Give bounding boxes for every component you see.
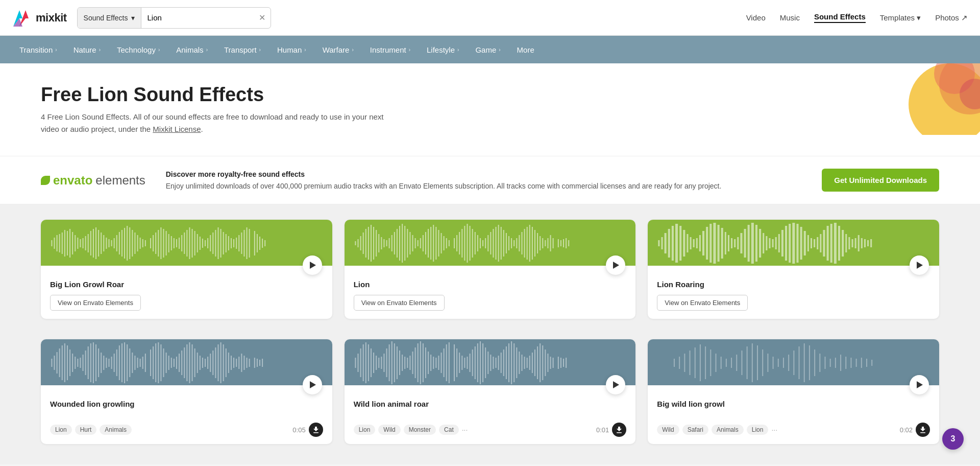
mixkit-license-link[interactable]: Mixkit License <box>153 125 201 133</box>
cat-more[interactable]: More <box>510 42 542 57</box>
download-button-4[interactable] <box>309 423 323 437</box>
more-tags-button-6[interactable]: ··· <box>771 426 777 434</box>
svg-rect-250 <box>98 348 99 377</box>
tag-safari-6[interactable]: Safari <box>682 425 708 435</box>
cat-lifestyle[interactable]: Lifestyle › <box>420 42 466 57</box>
play-button-6[interactable] <box>910 375 929 394</box>
svg-rect-119 <box>435 227 436 260</box>
play-button-1[interactable] <box>303 255 322 275</box>
svg-rect-137 <box>485 238 486 248</box>
svg-rect-249 <box>95 344 96 381</box>
svg-rect-244 <box>83 355 84 371</box>
cat-game[interactable]: Game › <box>468 42 507 57</box>
svg-rect-342 <box>430 355 431 371</box>
waveform-5[interactable] <box>345 339 636 385</box>
search-category-dropdown[interactable]: Sound Effects ▾ <box>78 8 141 28</box>
svg-rect-399 <box>700 344 701 381</box>
svg-rect-388 <box>552 358 553 368</box>
cat-human[interactable]: Human › <box>270 42 313 57</box>
cat-animals[interactable]: Animals › <box>169 42 215 57</box>
tag-lion-5[interactable]: Lion <box>354 425 376 435</box>
svg-rect-208 <box>793 223 795 264</box>
svg-rect-400 <box>705 346 706 379</box>
nav-templates[interactable]: Templates ▾ <box>880 13 921 22</box>
svg-rect-308 <box>254 358 255 368</box>
download-icon <box>616 426 623 433</box>
view-on-envato-button-1[interactable]: View on Envato Elements <box>50 295 141 311</box>
cat-nature[interactable]: Nature › <box>66 42 108 57</box>
nav-sound-effects[interactable]: Sound Effects <box>814 12 866 23</box>
svg-rect-234 <box>57 352 58 374</box>
waveform-4[interactable] <box>41 339 332 385</box>
svg-rect-412 <box>768 354 769 372</box>
svg-rect-76 <box>233 239 234 247</box>
search-clear-button[interactable]: ✕ <box>254 13 271 22</box>
notification-badge[interactable]: 3 <box>942 428 964 450</box>
svg-rect-121 <box>440 233 442 253</box>
svg-rect-176 <box>683 230 685 257</box>
tag-animals-4[interactable]: Animals <box>100 425 132 435</box>
tag-wild-5[interactable]: Wild <box>378 425 400 435</box>
svg-rect-198 <box>759 229 761 258</box>
tag-animals-6[interactable]: Animals <box>712 425 744 435</box>
waveform-3[interactable] <box>648 220 939 266</box>
svg-rect-99 <box>383 239 384 247</box>
svg-rect-73 <box>226 234 227 252</box>
svg-rect-207 <box>789 224 791 263</box>
svg-rect-142 <box>498 225 499 262</box>
get-unlimited-downloads-button[interactable]: Get Unlimited Downloads <box>822 169 939 192</box>
svg-rect-225 <box>852 239 853 247</box>
svg-rect-19 <box>83 238 84 248</box>
svg-rect-266 <box>140 359 141 367</box>
svg-rect-10 <box>59 234 60 252</box>
waveform-2[interactable] <box>345 220 636 266</box>
more-tags-button-5[interactable]: ··· <box>462 426 468 434</box>
hero-description: 4 Free Lion Sound Effects. All of our so… <box>41 111 398 135</box>
nav-video[interactable]: Video <box>746 13 766 22</box>
svg-rect-102 <box>391 235 392 251</box>
svg-rect-104 <box>397 229 398 258</box>
svg-rect-413 <box>773 357 774 369</box>
download-button-5[interactable] <box>612 423 626 437</box>
svg-rect-156 <box>534 230 535 257</box>
tag-wild-6[interactable]: Wild <box>657 425 679 435</box>
view-on-envato-button-3[interactable]: View on Envato Elements <box>657 295 748 311</box>
cat-technology[interactable]: Technology › <box>110 42 167 57</box>
svg-rect-168 <box>568 240 569 246</box>
play-button-3[interactable] <box>910 255 929 275</box>
tag-lion-4[interactable]: Lion <box>50 425 72 435</box>
waveform-1[interactable] <box>41 220 332 266</box>
svg-rect-241 <box>75 357 76 369</box>
search-input[interactable] <box>141 8 254 28</box>
cat-transport[interactable]: Transport › <box>217 42 268 57</box>
view-on-envato-button-2[interactable]: View on Envato Elements <box>354 295 445 311</box>
card-title-3: Lion Roaring <box>657 280 930 289</box>
card-info-5: Wild lion animal roar <box>345 385 636 423</box>
svg-rect-97 <box>378 234 379 252</box>
cards-section-row1: Big Lion Growl Roar View on Envato Eleme… <box>0 204 980 339</box>
svg-rect-295 <box>217 344 218 381</box>
waveform-6[interactable] <box>648 339 939 385</box>
svg-rect-148 <box>513 240 514 246</box>
nav-photos[interactable]: Photos ↗ <box>935 13 968 22</box>
cat-instrument[interactable]: Instrument › <box>363 42 418 57</box>
svg-rect-50 <box>166 231 167 255</box>
logo[interactable]: mixkit <box>12 8 67 28</box>
tag-lion-6[interactable]: Lion <box>747 425 769 435</box>
svg-rect-314 <box>357 354 358 372</box>
play-button-4[interactable] <box>303 375 322 394</box>
svg-rect-155 <box>532 227 533 260</box>
cat-transition[interactable]: Transition › <box>12 42 64 57</box>
tag-hurt-4[interactable]: Hurt <box>75 425 97 435</box>
download-button-6[interactable] <box>916 423 930 437</box>
svg-rect-202 <box>772 239 774 247</box>
svg-rect-361 <box>482 343 483 382</box>
nav-music[interactable]: Music <box>780 13 800 22</box>
svg-rect-316 <box>362 344 363 381</box>
cat-warfare[interactable]: Warfare › <box>315 42 361 57</box>
tag-cat-5[interactable]: Cat <box>439 425 459 435</box>
svg-rect-190 <box>731 238 732 248</box>
tag-monster-5[interactable]: Monster <box>404 425 436 435</box>
svg-rect-325 <box>386 348 387 377</box>
svg-rect-258 <box>119 345 120 380</box>
